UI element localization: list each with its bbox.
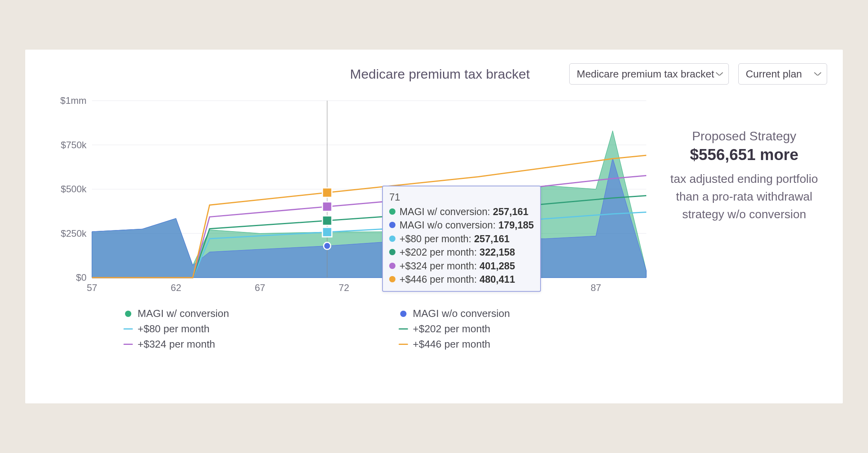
tooltip-value: 480,411 xyxy=(480,274,515,285)
legend-item[interactable]: +$202 per month xyxy=(399,323,650,335)
svg-text:$500k: $500k xyxy=(61,184,87,194)
svg-text:67: 67 xyxy=(255,282,265,293)
tooltip-value: 401,285 xyxy=(480,260,515,271)
strategy-summary: Proposed Strategy $556,651 more tax adju… xyxy=(650,97,827,390)
legend-label: MAGI w/ conversion xyxy=(138,308,229,320)
svg-text:87: 87 xyxy=(590,282,601,293)
legend-item[interactable]: +$446 per month xyxy=(399,338,650,350)
tooltip-row: MAGI w/o conversion: 179,185 xyxy=(389,218,534,232)
tooltip-age: 71 xyxy=(389,190,534,204)
chevron-down-icon xyxy=(716,70,723,77)
legend-label: +$202 per month xyxy=(413,323,490,335)
svg-text:$1mm: $1mm xyxy=(60,97,86,106)
legend-line-icon xyxy=(123,341,133,348)
legend-dot-icon xyxy=(399,310,408,317)
select-metric-label: Medicare premium tax bracket xyxy=(577,68,714,80)
legend-item[interactable]: MAGI w/ conversion xyxy=(123,308,375,320)
legend-line-icon xyxy=(399,341,408,348)
tooltip-dot-icon xyxy=(389,222,395,228)
legend-label: +$80 per month xyxy=(138,323,210,335)
legend-dot-icon xyxy=(123,310,133,317)
tooltip-row: +$324 per month: 401,285 xyxy=(389,259,534,273)
legend-label: +$324 per month xyxy=(138,338,215,350)
summary-heading: Proposed Strategy xyxy=(661,129,827,144)
tooltip-label: MAGI w/ conversion: 257,161 xyxy=(399,205,528,219)
tooltip-value: 322,158 xyxy=(480,247,515,258)
select-plan-label: Current plan xyxy=(746,68,802,80)
svg-text:72: 72 xyxy=(339,282,349,293)
svg-text:62: 62 xyxy=(171,282,181,293)
legend-item[interactable]: +$324 per month xyxy=(123,338,375,350)
chart-plot[interactable]: $0$250k$500k$750k$1mm57626772778287 71MA… xyxy=(53,97,650,301)
summary-amount: $556,651 more xyxy=(661,146,827,164)
legend-item[interactable]: +$80 per month xyxy=(123,323,375,335)
tooltip-dot-icon xyxy=(389,276,395,282)
tooltip-dot-icon xyxy=(389,208,395,215)
svg-text:$250k: $250k xyxy=(61,228,87,239)
select-plan[interactable]: Current plan xyxy=(738,63,827,85)
legend-line-icon xyxy=(399,326,408,333)
tooltip-label: +$80 per month: 257,161 xyxy=(399,232,509,246)
svg-rect-20 xyxy=(322,227,332,237)
tooltip-value: 257,161 xyxy=(493,206,528,217)
svg-rect-21 xyxy=(322,216,332,225)
tooltip-row: +$446 per month: 480,411 xyxy=(389,273,534,286)
tooltip-dot-icon xyxy=(389,236,395,242)
tooltip-dot-icon xyxy=(389,249,395,255)
svg-rect-23 xyxy=(322,188,332,197)
chart-card: Medicare premium tax bracket Medicare pr… xyxy=(25,50,843,403)
chart-tooltip: 71MAGI w/ conversion: 257,161MAGI w/o co… xyxy=(382,186,541,292)
tooltip-label: +$446 per month: 480,411 xyxy=(399,273,515,286)
legend-label: MAGI w/o conversion xyxy=(413,308,510,320)
legend-item[interactable]: MAGI w/o conversion xyxy=(399,308,650,320)
tooltip-label: +$324 per month: 401,285 xyxy=(399,259,515,273)
svg-text:57: 57 xyxy=(87,282,97,293)
svg-rect-22 xyxy=(322,202,332,211)
legend-label: +$446 per month xyxy=(413,338,490,350)
tooltip-dot-icon xyxy=(389,263,395,269)
svg-text:$0: $0 xyxy=(76,272,86,283)
tooltip-value: 257,161 xyxy=(474,233,509,244)
summary-caption: tax adjusted ending portfolio than a pro… xyxy=(661,170,827,223)
tooltip-label: MAGI w/o conversion: 179,185 xyxy=(399,218,534,232)
chart-legend: MAGI w/ conversionMAGI w/o conversion+$8… xyxy=(53,301,650,350)
tooltip-label: +$202 per month: 322,158 xyxy=(399,245,515,259)
legend-line-icon xyxy=(123,326,133,333)
tooltip-row: +$202 per month: 322,158 xyxy=(389,245,534,259)
svg-point-19 xyxy=(324,242,331,249)
chevron-down-icon xyxy=(814,70,821,77)
tooltip-row: +$80 per month: 257,161 xyxy=(389,232,534,246)
tooltip-value: 179,185 xyxy=(498,219,534,230)
svg-text:$750k: $750k xyxy=(61,140,87,150)
select-metric[interactable]: Medicare premium tax bracket xyxy=(569,63,729,85)
tooltip-row: MAGI w/ conversion: 257,161 xyxy=(389,205,534,219)
